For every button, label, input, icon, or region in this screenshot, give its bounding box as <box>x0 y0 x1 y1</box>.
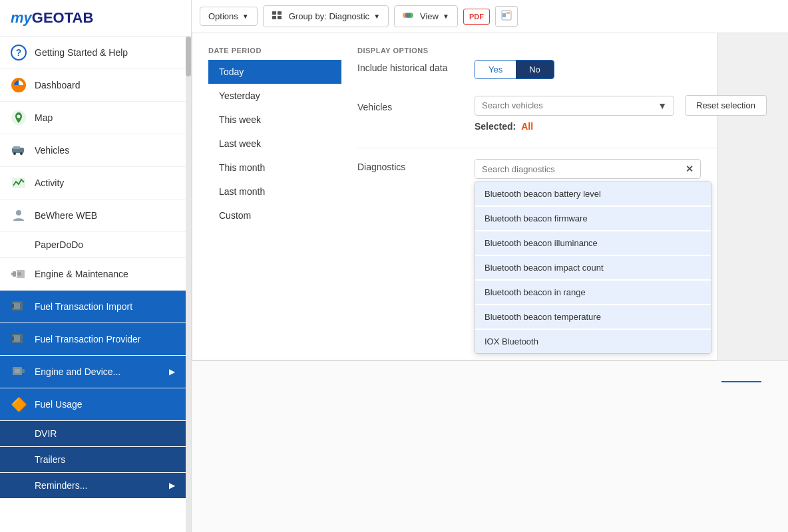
pdf-label: PDF <box>469 13 484 21</box>
diag-item-iox[interactable]: IOX Bluetooth <box>475 330 711 353</box>
k-button[interactable] <box>495 6 518 27</box>
date-item-custom[interactable]: Custom <box>208 203 341 227</box>
date-item-today[interactable]: Today <box>208 60 341 84</box>
sidebar-item-engine-label: Engine & Maintenance <box>35 269 175 279</box>
bewhere-icon <box>11 207 27 223</box>
date-custom-label: Custom <box>219 210 251 221</box>
pdf-button[interactable]: PDF <box>463 9 490 25</box>
options-panel: DATE PERIOD Today Yesterday This week La… <box>192 33 717 360</box>
display-options-section: DISPLAY OPTIONS Include historical data … <box>341 47 767 344</box>
group-by-button[interactable]: Group by: Diagnostic ▼ <box>263 5 389 27</box>
fuel-import-icon <box>11 299 27 315</box>
vehicles-selected-value: All <box>521 121 533 132</box>
date-period-section: DATE PERIOD Today Yesterday This week La… <box>208 47 341 344</box>
diag-item-in-range[interactable]: Bluetooth beacon in range <box>475 281 711 305</box>
diag-item-impact[interactable]: Bluetooth beacon impact count <box>475 256 711 281</box>
sidebar-item-engine-device[interactable]: Engine and Device... ▶ <box>0 356 186 388</box>
date-this-month-label: This month <box>219 162 265 173</box>
sidebar-item-dashboard-label: Dashboard <box>35 80 175 90</box>
sidebar-scrollbar-thumb[interactable] <box>186 37 191 76</box>
sidebar-item-paperdodo[interactable]: PaperDoDo <box>0 232 186 258</box>
date-item-this-month[interactable]: This month <box>208 156 341 180</box>
sidebar-item-fuel-provider[interactable]: Fuel Transaction Provider <box>0 323 186 356</box>
sidebar-item-bewhere-label: BeWhere WEB <box>35 210 175 221</box>
historical-yes-button[interactable]: Yes <box>475 61 516 78</box>
historical-data-row: Include historical data Yes No <box>357 60 767 79</box>
chart-line <box>721 381 761 382</box>
view-label: View <box>420 11 439 21</box>
diagnostics-search-container: ✕ Bluetooth beacon battery level Bluetoo… <box>475 159 701 179</box>
sidebar-item-dvir[interactable]: DVIR <box>0 421 186 447</box>
sidebar-item-dashboard[interactable]: Dashboard <box>0 69 186 102</box>
svg-rect-26 <box>272 16 276 19</box>
main-content: Options ▼ Group by: Diagnostic ▼ View ▼ … <box>192 0 788 532</box>
date-period-label: DATE PERIOD <box>208 47 341 55</box>
svg-rect-23 <box>15 369 20 373</box>
svg-rect-20 <box>11 336 14 340</box>
sidebar-item-reminders[interactable]: Reminders... ▶ <box>0 473 186 499</box>
view-button[interactable]: View ▼ <box>394 5 458 27</box>
vehicles-search-input[interactable] <box>475 96 651 114</box>
vehicles-dropdown-arrow-icon[interactable]: ▼ <box>651 96 674 115</box>
dashboard-icon <box>11 77 27 93</box>
sidebar-item-trailers[interactable]: Trailers <box>0 447 186 473</box>
sidebar-scrollbar-track[interactable] <box>186 37 191 532</box>
options-label: Options <box>208 11 238 21</box>
toolbar: Options ▼ Group by: Diagnostic ▼ View ▼ … <box>192 0 788 33</box>
engine-device-arrow-icon: ▶ <box>169 367 175 376</box>
date-today-label: Today <box>219 66 244 77</box>
svg-rect-33 <box>506 12 510 14</box>
svg-point-13 <box>17 272 21 276</box>
diag-item-illuminance[interactable]: Bluetooth beacon illuminance <box>475 231 711 256</box>
reminders-arrow-icon: ▶ <box>169 481 175 490</box>
sidebar-item-trailers-label: Trailers <box>35 454 65 465</box>
activity-icon <box>11 175 27 191</box>
sidebar-item-fuel-provider-label: Fuel Transaction Provider <box>35 334 175 344</box>
view-icon <box>403 10 413 23</box>
reset-selection-button[interactable]: Reset selection <box>685 95 767 116</box>
diagnostics-dropdown: Bluetooth beacon battery level Bluetooth… <box>475 182 711 354</box>
historical-no-button[interactable]: No <box>516 61 554 78</box>
diagnostics-label: Diagnostics <box>357 159 464 172</box>
options-button[interactable]: Options ▼ <box>200 7 258 26</box>
date-item-last-week[interactable]: Last week <box>208 132 341 156</box>
sidebar-item-fuel-usage-label: Fuel Usage <box>35 399 175 410</box>
sidebar-item-vehicles[interactable]: Vehicles <box>0 134 186 167</box>
date-item-last-month[interactable]: Last month <box>208 180 341 203</box>
diag-item-battery[interactable]: Bluetooth beacon battery level <box>475 182 711 207</box>
sidebar-item-map[interactable]: Map <box>0 102 186 134</box>
date-item-yesterday[interactable]: Yesterday <box>208 84 341 108</box>
group-by-icon <box>272 10 282 23</box>
logo-my: my <box>11 9 32 26</box>
fuel-usage-icon: 🔶 <box>11 396 27 412</box>
diag-item-temperature[interactable]: Bluetooth beacon temperature <box>475 305 711 330</box>
svg-rect-14 <box>11 273 13 275</box>
svg-rect-19 <box>13 335 20 342</box>
sidebar-item-activity[interactable]: Activity <box>0 167 186 200</box>
diagnostics-search-input[interactable] <box>475 160 679 178</box>
vehicles-selected-text: Selected: All <box>475 121 533 132</box>
historical-data-label: Include historical data <box>357 60 464 73</box>
sidebar-item-paperdodo-label: PaperDoDo <box>35 239 83 250</box>
vehicles-label: Vehicles <box>357 99 464 112</box>
sidebar-item-bewhere[interactable]: BeWhere WEB <box>0 200 186 232</box>
date-item-this-week[interactable]: This week <box>208 108 341 132</box>
svg-point-10 <box>16 210 21 215</box>
fuel-provider-icon <box>11 331 27 347</box>
sidebar-item-fuel-transaction-import[interactable]: Fuel Transaction Import <box>0 291 186 323</box>
historical-data-toggle: Yes No <box>475 60 554 79</box>
date-last-week-label: Last week <box>219 138 261 149</box>
sidebar-item-dvir-label: DVIR <box>35 428 57 439</box>
svg-rect-6 <box>13 146 20 149</box>
sidebar-item-activity-label: Activity <box>35 178 175 188</box>
sidebar-item-getting-started[interactable]: ? Getting Started & Help <box>0 37 186 69</box>
sidebar-item-getting-started-label: Getting Started & Help <box>35 47 175 58</box>
sidebar-item-fuel-usage[interactable]: 🔶 Fuel Usage <box>0 388 186 421</box>
date-yesterday-label: Yesterday <box>219 90 260 101</box>
options-divider <box>357 148 767 148</box>
svg-point-30 <box>408 13 413 18</box>
diagnostics-clear-icon[interactable]: ✕ <box>679 160 700 178</box>
sidebar-item-engine-maintenance[interactable]: Engine & Maintenance <box>0 258 186 291</box>
svg-rect-32 <box>502 13 506 17</box>
diag-item-firmware[interactable]: Bluetooth beacon firmware <box>475 207 711 231</box>
